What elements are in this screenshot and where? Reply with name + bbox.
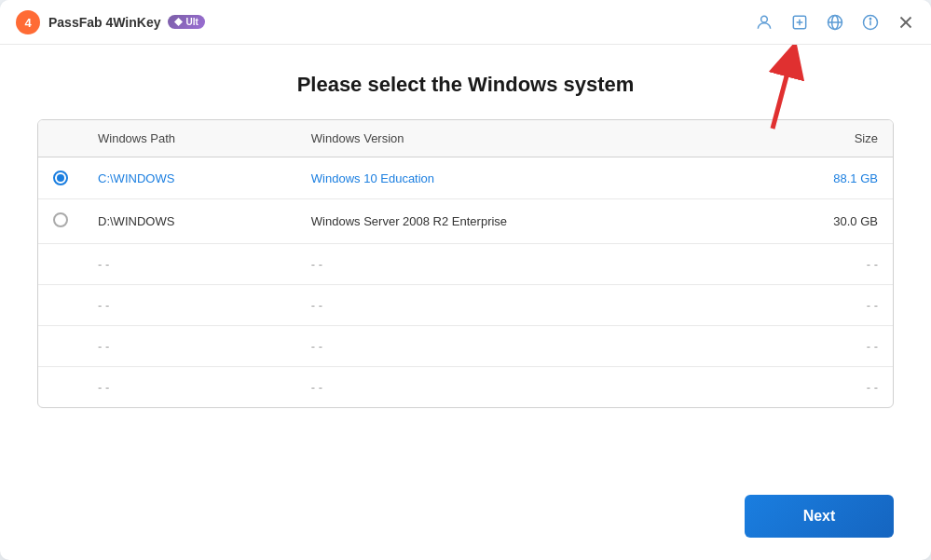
table-header-row: Windows Path Windows Version Size	[38, 120, 893, 157]
size-cell: - -	[746, 367, 893, 408]
version-cell: - -	[296, 285, 746, 326]
windows-path-link: C:\WINDOWS	[98, 171, 174, 185]
version-cell: - -	[296, 367, 746, 408]
version-cell: - -	[296, 244, 746, 285]
next-button[interactable]: Next	[745, 495, 894, 538]
svg-point-3	[761, 16, 768, 22]
radio-cell[interactable]	[38, 157, 83, 199]
size-cell: 30.0 GB	[746, 199, 893, 244]
svg-point-12	[869, 18, 870, 19]
radio-cell	[38, 367, 83, 408]
close-button[interactable]	[896, 12, 916, 33]
svg-marker-2	[174, 18, 183, 26]
radio-cell	[38, 244, 83, 285]
col-path: Windows Path	[83, 120, 296, 157]
radio-cell	[38, 285, 83, 326]
globe-icon[interactable]	[825, 12, 845, 33]
table-row[interactable]: D:\WINDOWS Windows Server 2008 R2 Enterp…	[38, 199, 893, 244]
path-cell: - -	[83, 244, 296, 285]
table-row: - - - - - -	[38, 326, 893, 367]
footer: Next	[0, 480, 931, 560]
user-icon[interactable]	[754, 12, 774, 33]
path-cell: - -	[83, 326, 296, 367]
table-row: - - - - - -	[38, 367, 893, 408]
col-radio	[38, 120, 83, 157]
path-cell: - -	[83, 285, 296, 326]
path-cell: - -	[83, 367, 296, 408]
size-cell: 88.1 GB	[746, 157, 893, 199]
pro-badge: Ult	[168, 15, 204, 29]
version-cell: Windows 10 Education	[296, 157, 746, 199]
windows-version-link: Windows 10 Education	[311, 171, 434, 185]
title-bar: 4 PassFab 4WinKey Ult	[0, 0, 931, 45]
system-select-table: Windows Path Windows Version Size C:\WIN…	[38, 120, 893, 407]
radio-cell	[38, 326, 83, 367]
radio-button-selected[interactable]	[53, 171, 68, 185]
version-cell: Windows Server 2008 R2 Enterprise	[296, 199, 746, 244]
info-icon[interactable]	[860, 12, 881, 33]
title-bar-right	[754, 12, 916, 33]
windows-table: Windows Path Windows Version Size C:\WIN…	[37, 119, 894, 408]
size-cell: - -	[746, 326, 893, 367]
app-name: PassFab 4WinKey	[48, 15, 160, 30]
version-cell: - -	[296, 326, 746, 367]
path-cell: D:\WINDOWS	[83, 199, 296, 244]
path-cell: C:\WINDOWS	[83, 157, 296, 199]
table-row: - - - - - -	[38, 244, 893, 285]
col-version: Windows Version	[296, 120, 746, 157]
size-cell: - -	[746, 244, 893, 285]
page-title: Please select the Windows system	[37, 73, 894, 97]
app-window: 4 PassFab 4WinKey Ult	[0, 0, 931, 560]
table-row[interactable]: C:\WINDOWS Windows 10 Education 88.1 GB	[38, 157, 893, 199]
radio-button[interactable]	[53, 212, 68, 227]
size-value: 88.1 GB	[833, 171, 878, 185]
diamond-icon	[174, 18, 183, 26]
badge-label: Ult	[185, 17, 198, 27]
main-content: Please select the Windows system Windows…	[0, 45, 931, 480]
app-logo-icon: 4	[15, 9, 41, 35]
title-bar-left: 4 PassFab 4WinKey Ult	[15, 9, 754, 35]
size-cell: - -	[746, 285, 893, 326]
table-row: - - - - - -	[38, 285, 893, 326]
radio-cell[interactable]	[38, 199, 83, 244]
svg-text:4: 4	[24, 16, 32, 30]
col-size: Size	[746, 120, 893, 157]
edit-icon[interactable]	[789, 12, 810, 33]
